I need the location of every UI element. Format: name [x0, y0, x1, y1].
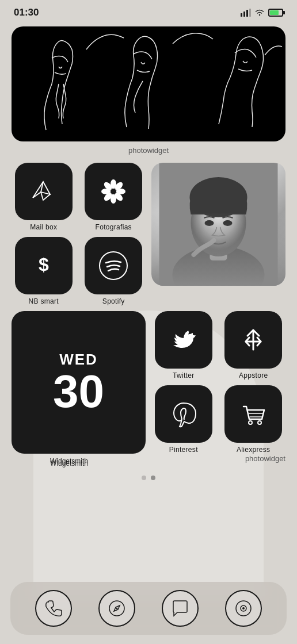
twitter-label: Twitter [173, 371, 194, 379]
mailbox-label: Mail box [30, 223, 57, 231]
app-spotify[interactable]: Spotify [82, 237, 146, 305]
svg-point-23 [249, 421, 252, 424]
flower-icon [98, 176, 129, 207]
dock-messages[interactable] [162, 590, 199, 627]
spotify-icon [85, 237, 142, 294]
status-icons [241, 9, 283, 17]
battery-fill [270, 10, 279, 15]
spotify-label: Spotify [102, 297, 125, 305]
signal-icon [241, 9, 251, 17]
spotify-logo-icon [98, 250, 129, 281]
fotografias-label: Fotografias [96, 223, 132, 231]
twitter-bird-icon [168, 324, 199, 355]
calendar-widget[interactable]: WED 30 [12, 311, 146, 454]
photo-widget-portrait[interactable]: photowidget [151, 163, 285, 286]
mailbox-icon [15, 163, 73, 220]
app-nbsmart[interactable]: $ NB smart [12, 237, 76, 305]
music-note-icon [234, 599, 253, 618]
svg-rect-3 [249, 9, 251, 17]
svg-rect-1 [243, 12, 245, 17]
appstore-logo-icon [238, 324, 269, 355]
svg-point-24 [258, 421, 261, 424]
app-twitter[interactable]: Twitter [151, 311, 216, 379]
dock-safari[interactable] [98, 590, 135, 627]
svg-point-20 [223, 220, 233, 226]
svg-text:$: $ [39, 254, 49, 275]
fotografias-icon [85, 163, 142, 220]
twitter-icon [155, 311, 212, 369]
svg-rect-16 [210, 237, 227, 260]
status-time: 01:30 [14, 7, 39, 18]
dollar-icon: $ [28, 250, 59, 281]
photo-widget-top[interactable] [12, 26, 285, 141]
dock-phone[interactable] [35, 590, 72, 627]
battery-icon [268, 9, 283, 17]
phone-icon [44, 599, 63, 618]
svg-point-29 [242, 607, 245, 610]
calendar-label: Widgetsmith [12, 457, 127, 465]
cart-icon [238, 398, 269, 430]
wifi-icon [254, 9, 265, 17]
photo-widget-top-label: photowidget [12, 146, 285, 155]
app-mailbox[interactable]: Mail box [12, 163, 76, 231]
svg-rect-2 [246, 10, 248, 17]
paper-plane-icon [28, 176, 59, 207]
app-fotografias[interactable]: Fotografias [82, 163, 146, 231]
svg-point-15 [173, 246, 265, 286]
portrait-image [151, 163, 285, 286]
pinterest-icon [155, 385, 212, 443]
aliexpress-label: Aliexpress [237, 446, 270, 454]
app-aliexpress[interactable]: Aliexpress [222, 385, 286, 454]
app-pinterest[interactable]: Pinterest [151, 385, 216, 454]
nbsmart-icon: $ [15, 237, 73, 294]
twitter-bottom-label [132, 459, 206, 467]
calendar-date: 30 [53, 369, 104, 415]
pinterest-label: Pinterest [169, 446, 198, 454]
svg-point-13 [111, 189, 116, 194]
status-bar: 01:30 [0, 0, 297, 22]
aliexpress-icon [224, 385, 282, 443]
pinterest-logo-icon [168, 398, 199, 430]
svg-point-26 [116, 608, 118, 610]
appstore-label: Appstore [239, 371, 268, 379]
appstore-icon [224, 311, 282, 369]
svg-point-19 [205, 220, 214, 226]
nbsmart-label: NB smart [29, 297, 59, 305]
svg-rect-0 [241, 13, 242, 17]
app-appstore[interactable]: Appstore [222, 311, 286, 379]
dock-music[interactable] [225, 590, 262, 627]
chat-bubble-icon [170, 599, 190, 618]
dock [10, 582, 287, 635]
compass-icon [107, 599, 127, 618]
main-content: photowidget Mail box [0, 22, 297, 467]
